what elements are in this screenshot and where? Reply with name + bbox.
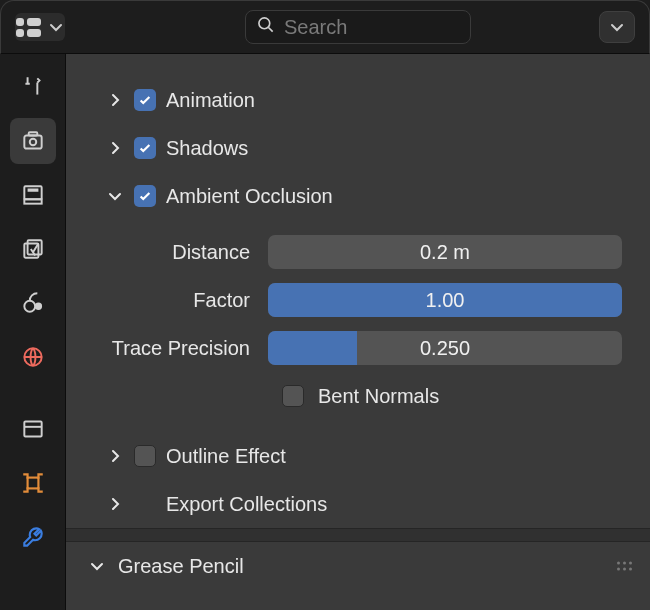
svg-line-1	[269, 28, 273, 32]
svg-rect-3	[28, 132, 37, 135]
chevron-right-icon	[106, 495, 124, 513]
svg-rect-13	[24, 421, 41, 436]
tab-tool[interactable]	[10, 64, 56, 110]
section-label: Shadows	[166, 137, 248, 160]
svg-point-11	[35, 304, 40, 309]
prop-label-factor: Factor	[86, 289, 250, 312]
svg-rect-8	[27, 240, 41, 254]
svg-rect-7	[27, 189, 38, 192]
section-animation[interactable]: Animation	[86, 76, 622, 124]
tab-viewlayer[interactable]	[10, 226, 56, 272]
svg-rect-6	[24, 199, 41, 203]
properties-panel: Animation Shadows Ambient Occlusion Dist…	[66, 54, 650, 610]
section-label: Outline Effect	[166, 445, 286, 468]
checkbox-ambient-occlusion[interactable]	[134, 185, 156, 207]
svg-point-0	[259, 18, 270, 29]
options-dropdown[interactable]	[599, 11, 635, 43]
search-icon	[256, 15, 276, 39]
prop-field-trace[interactable]: 0.250	[268, 331, 622, 365]
section-export-collections[interactable]: Export Collections	[86, 480, 622, 528]
section-grease-pencil[interactable]: Grease Pencil	[66, 542, 650, 590]
section-outline-effect[interactable]: Outline Effect	[86, 432, 622, 480]
header-bar	[0, 0, 650, 54]
prop-field-factor[interactable]: 1.00	[268, 283, 622, 317]
chevron-down-icon	[88, 557, 106, 575]
section-label: Grease Pencil	[118, 555, 244, 578]
checkbox-outline-effect[interactable]	[134, 445, 156, 467]
ambient-occlusion-props: Distance 0.2 m Factor 1.00 Trace Precisi…	[86, 220, 622, 432]
section-ambient-occlusion[interactable]: Ambient Occlusion	[86, 172, 622, 220]
properties-tabs	[0, 54, 66, 610]
tab-modifiers[interactable]	[10, 514, 56, 560]
editor-type-selector[interactable]	[15, 13, 65, 41]
checkbox-animation[interactable]	[134, 89, 156, 111]
svg-point-4	[29, 139, 36, 146]
section-shadows[interactable]: Shadows	[86, 124, 622, 172]
tab-object[interactable]	[10, 406, 56, 452]
checkbox-shadows[interactable]	[134, 137, 156, 159]
search-input[interactable]	[284, 16, 537, 39]
tab-render[interactable]	[10, 118, 56, 164]
section-label: Animation	[166, 89, 255, 112]
prop-value: 0.2 m	[268, 235, 622, 269]
svg-rect-15	[27, 478, 38, 489]
chevron-right-icon	[106, 91, 124, 109]
svg-point-10	[24, 301, 35, 312]
chevron-right-icon	[106, 139, 124, 157]
tab-scene[interactable]	[10, 280, 56, 326]
prop-label-bent: Bent Normals	[318, 385, 439, 408]
chevron-down-icon	[106, 187, 124, 205]
prop-label-distance: Distance	[86, 241, 250, 264]
prop-value: 1.00	[268, 283, 622, 317]
tab-world[interactable]	[10, 334, 56, 380]
search-field[interactable]	[245, 10, 471, 44]
prop-label-trace: Trace Precision	[86, 337, 250, 360]
chevron-right-icon	[106, 447, 124, 465]
svg-rect-5	[24, 186, 41, 199]
tab-object-data[interactable]	[10, 460, 56, 506]
drag-handle-icon[interactable]	[617, 562, 632, 571]
prop-value: 0.250	[268, 331, 622, 365]
prop-field-distance[interactable]: 0.2 m	[268, 235, 622, 269]
svg-rect-2	[24, 136, 41, 149]
tab-output[interactable]	[10, 172, 56, 218]
chevron-down-icon	[47, 18, 65, 36]
checkbox-bent-normals[interactable]	[282, 385, 304, 407]
section-label: Export Collections	[166, 493, 327, 516]
section-label: Ambient Occlusion	[166, 185, 333, 208]
